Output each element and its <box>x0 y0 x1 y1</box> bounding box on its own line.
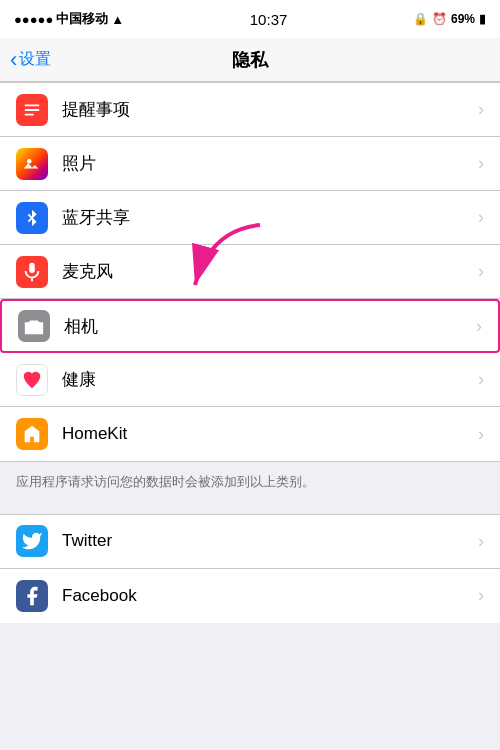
chevron-photos-icon: › <box>478 153 484 174</box>
icon-photos <box>16 148 48 180</box>
row-homekit[interactable]: HomeKit › <box>0 407 500 461</box>
row-twitter[interactable]: Twitter › <box>0 515 500 569</box>
svg-point-4 <box>27 158 32 163</box>
lock-icon: 🔒 <box>413 12 428 26</box>
label-health: 健康 <box>62 368 478 391</box>
pink-arrow-annotation <box>180 220 280 304</box>
status-left: ●●●●● 中国移动 ▲ <box>14 10 124 28</box>
label-photos: 照片 <box>62 152 478 175</box>
back-button[interactable]: ‹ 设置 <box>10 49 51 71</box>
page-title: 隐私 <box>232 48 268 72</box>
svg-rect-2 <box>25 109 40 111</box>
row-camera[interactable]: 相机 › <box>0 299 500 353</box>
label-homekit: HomeKit <box>62 424 478 444</box>
info-text: 应用程序请求访问您的数据时会被添加到以上类别。 <box>0 462 500 504</box>
icon-reminders <box>16 94 48 126</box>
row-reminders[interactable]: 提醒事项 › <box>0 83 500 137</box>
chevron-homekit-icon: › <box>478 424 484 445</box>
status-time: 10:37 <box>250 11 288 28</box>
label-facebook: Facebook <box>62 586 478 606</box>
battery-level: 69% <box>451 12 475 26</box>
battery-icon: ▮ <box>479 12 486 26</box>
row-facebook[interactable]: Facebook › <box>0 569 500 623</box>
alarm-icon: ⏰ <box>432 12 447 26</box>
icon-health <box>16 364 48 396</box>
carrier: 中国移动 <box>56 10 108 28</box>
icon-homekit <box>16 418 48 450</box>
icon-facebook <box>16 580 48 612</box>
signal-dots: ●●●●● <box>14 12 53 27</box>
chevron-facebook-icon: › <box>478 585 484 606</box>
chevron-bluetooth-icon: › <box>478 207 484 228</box>
label-twitter: Twitter <box>62 531 478 551</box>
svg-rect-5 <box>29 262 35 272</box>
chevron-reminders-icon: › <box>478 99 484 120</box>
chevron-twitter-icon: › <box>478 531 484 552</box>
svg-rect-3 <box>25 113 34 115</box>
label-camera: 相机 <box>64 315 476 338</box>
back-chevron-icon: ‹ <box>10 49 17 71</box>
status-bar: ●●●●● 中国移动 ▲ 10:37 🔒 ⏰ 69% ▮ <box>0 0 500 38</box>
wifi-icon: ▲ <box>111 12 124 27</box>
row-health[interactable]: 健康 › <box>0 353 500 407</box>
status-right: 🔒 ⏰ 69% ▮ <box>413 12 486 26</box>
section-divider <box>0 504 500 514</box>
back-label: 设置 <box>19 49 51 70</box>
icon-bluetooth <box>16 202 48 234</box>
nav-bar: ‹ 设置 隐私 <box>0 38 500 82</box>
icon-camera <box>18 310 50 342</box>
chevron-camera-icon: › <box>476 316 482 337</box>
settings-section-social: Twitter › Facebook › <box>0 514 500 623</box>
chevron-health-icon: › <box>478 369 484 390</box>
label-reminders: 提醒事项 <box>62 98 478 121</box>
row-photos[interactable]: 照片 › <box>0 137 500 191</box>
icon-twitter <box>16 525 48 557</box>
chevron-microphone-icon: › <box>478 261 484 282</box>
svg-rect-1 <box>25 104 40 106</box>
icon-microphone <box>16 256 48 288</box>
